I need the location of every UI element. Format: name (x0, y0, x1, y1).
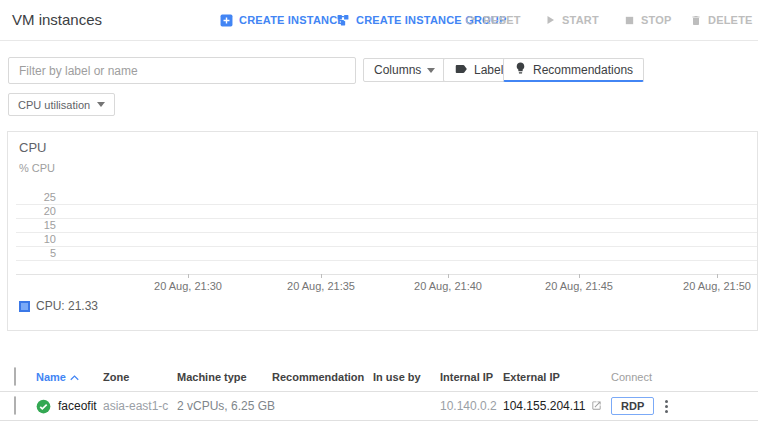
instances-table: Name Zone Machine type Recommendation In… (0, 362, 758, 421)
column-header-recommendation[interactable]: Recommendation (272, 371, 373, 383)
create-instance-label: CREATE INSTANCE (239, 14, 345, 26)
instance-internal-ip: 10.140.0.2 (440, 399, 503, 413)
x-tick-label: 20 Aug, 21:35 (287, 280, 355, 292)
table-header-row: Name Zone Machine type Recommendation In… (0, 362, 758, 392)
x-tick-label: 20 Aug, 21:30 (154, 280, 222, 292)
y-tick-label: 25 (16, 191, 56, 203)
metric-dropdown[interactable]: CPU utilisation (8, 93, 115, 116)
x-tick-mark (717, 274, 718, 278)
column-header-in-use-by[interactable]: In use by (373, 371, 440, 383)
column-header-machine-type[interactable]: Machine type (177, 371, 272, 383)
reset-button: RESET (464, 0, 521, 40)
start-button: START (544, 0, 599, 40)
columns-label: Columns (374, 63, 421, 77)
column-header-external-ip[interactable]: External IP (503, 371, 611, 383)
rdp-connect-button[interactable]: RDP (611, 397, 654, 415)
vm-instances-page: VM instances CREATE INSTANCE CREATE INST… (0, 0, 758, 426)
row-menu-icon[interactable] (663, 398, 670, 415)
page-title: VM instances (12, 11, 102, 28)
x-tick-mark (321, 274, 322, 278)
x-tick-label: 20 Aug, 21:45 (545, 280, 613, 292)
instance-external-ip: 104.155.204.11 (503, 399, 586, 413)
gridline (16, 246, 757, 247)
lightbulb-icon (514, 61, 527, 78)
column-header-name[interactable]: Name (36, 371, 103, 383)
cpu-chart-panel: CPU % CPU 25 20 15 10 5 20 Aug, 21:30 20… (7, 131, 758, 331)
gridline (16, 260, 757, 261)
instance-machine-type: 2 vCPUs, 6.25 GB (177, 399, 272, 413)
instance-name-link[interactable]: faceofit (58, 399, 97, 413)
start-label: START (562, 14, 599, 26)
play-icon (544, 14, 556, 26)
topbar: VM instances CREATE INSTANCE CREATE INST… (0, 0, 758, 41)
x-tick-mark (579, 274, 580, 278)
legend-text: CPU: 21.33 (36, 299, 98, 313)
columns-dropdown[interactable]: Columns (363, 58, 446, 82)
delete-label: DELETE (708, 14, 753, 26)
metric-label: CPU utilisation (18, 99, 90, 111)
stop-label: STOP (641, 14, 672, 26)
label-tag-icon (454, 62, 468, 79)
create-instance-button[interactable]: CREATE INSTANCE (220, 0, 345, 40)
x-axis-baseline (16, 274, 757, 275)
trash-icon (690, 14, 702, 27)
x-tick-mark (188, 274, 189, 278)
x-tick-mark (448, 274, 449, 278)
reset-icon (464, 14, 477, 27)
gridline (16, 204, 757, 205)
y-tick-label: 10 (16, 233, 56, 245)
select-all-checkbox[interactable] (14, 367, 16, 386)
chart-title: CPU (19, 140, 46, 155)
chart-y-axis-label: % CPU (19, 162, 55, 174)
stop-icon (624, 15, 635, 26)
chevron-down-icon (427, 68, 435, 73)
column-header-internal-ip[interactable]: Internal IP (440, 371, 503, 383)
recommendations-button[interactable]: Recommendations (503, 58, 644, 82)
sort-ascending-icon (70, 371, 79, 383)
create-instance-icon (220, 14, 233, 27)
x-tick-label: 20 Aug, 21:50 (683, 280, 751, 292)
table-row: faceofit asia-east1-c 2 vCPUs, 6.25 GB 1… (0, 392, 758, 421)
instance-running-icon (36, 399, 51, 414)
x-tick-label: 20 Aug, 21:40 (414, 280, 482, 292)
y-tick-label: 20 (16, 205, 56, 217)
row-checkbox[interactable] (14, 396, 16, 415)
delete-button: DELETE (690, 0, 753, 40)
y-tick-label: 15 (16, 219, 56, 231)
stop-button: STOP (624, 0, 672, 40)
reset-label: RESET (483, 14, 521, 26)
chart-legend: CPU: 21.33 (19, 299, 98, 313)
gridline (16, 218, 757, 219)
gridline (16, 232, 757, 233)
external-link-icon[interactable] (591, 397, 602, 415)
create-instance-group-icon (336, 14, 350, 27)
legend-swatch-cpu (19, 301, 30, 312)
instance-zone: asia-east1-c (103, 399, 177, 413)
column-header-zone[interactable]: Zone (103, 371, 177, 383)
filter-input[interactable] (8, 57, 356, 84)
y-tick-label: 5 (16, 247, 56, 259)
chevron-down-icon (97, 102, 105, 107)
column-header-connect: Connect (611, 371, 758, 383)
recommendations-label: Recommendations (533, 63, 633, 77)
